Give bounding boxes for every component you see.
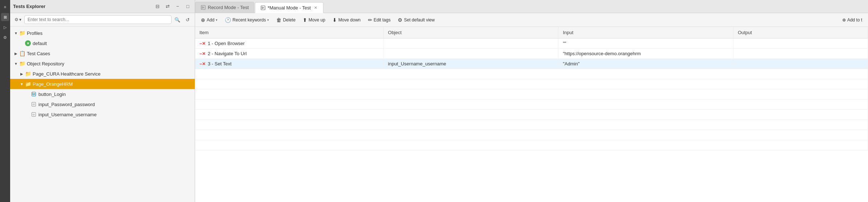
svg-line-3	[202, 8, 204, 9]
table-row-empty	[195, 120, 868, 130]
move-up-label: Move up	[309, 17, 325, 23]
add-to-button[interactable]: ⊕ Add to t	[839, 16, 865, 24]
tree-item-input-username[interactable]: in input_Username_username	[10, 109, 195, 120]
tree-item-input-password[interactable]: in input_Password_password	[10, 99, 195, 109]
svg-rect-4	[261, 6, 265, 10]
tab-manual-mode[interactable]: *Manual Mode - Test ✕	[255, 2, 323, 13]
table-row-empty	[195, 130, 868, 140]
cell-input-3: "Admin"	[558, 59, 733, 69]
tree-item-profiles[interactable]: 📁 Profiles	[10, 28, 195, 38]
tree-item-button-login[interactable]: bt button_Login	[10, 89, 195, 99]
move-down-button[interactable]: ⬇ Move down	[330, 16, 363, 24]
side-icon-explorer[interactable]: ⊞	[1, 13, 9, 21]
maximize-btn[interactable]: □	[184, 3, 192, 11]
refresh-button[interactable]: ↺	[183, 15, 192, 24]
left-panel: Tests Explorer ⊟ ⇄ − □ ⚙ ▾ 🔍 ↺ 📁 Profile…	[10, 0, 195, 202]
tree-item-default[interactable]: ✕ default	[10, 38, 195, 48]
svg-line-7	[262, 8, 264, 9]
add-arrow-icon: ▾	[216, 18, 218, 22]
cell-object-3: input_Username_username	[384, 59, 558, 69]
tree-container: 📁 Profiles ✕ default 📋 Test Cases 📁	[10, 27, 195, 202]
side-icon-2[interactable]: ▷	[1, 23, 9, 31]
recent-keywords-label: Recent keywords	[232, 17, 266, 23]
table-row-empty	[195, 69, 868, 79]
set-default-view-label: Set default view	[404, 17, 435, 23]
table-row-empty	[195, 100, 868, 110]
tabs-bar: Record Mode - Test *Manual Mode - Test ✕	[195, 0, 868, 13]
col-header-item: Item	[195, 27, 384, 39]
cell-object-1	[384, 39, 558, 49]
recent-keywords-button[interactable]: 🕐 Recent keywords ▾	[222, 16, 272, 24]
recent-arrow-icon: ▾	[267, 18, 269, 22]
side-icon-1[interactable]: ≡	[1, 3, 9, 11]
search-button[interactable]: 🔍	[173, 15, 182, 24]
delete-label: Delete	[283, 17, 295, 23]
row3-error-icon: −✕	[199, 61, 206, 66]
tree-item-object-repository[interactable]: 📁 Object Repository	[10, 58, 195, 69]
tree-item-test-cases[interactable]: 📋 Test Cases	[10, 48, 195, 58]
delete-button[interactable]: 🗑 Delete	[273, 16, 298, 24]
table-row[interactable]: −✕ 3 - Set Text input_Username_username …	[195, 59, 868, 69]
folder-icon-profiles: 📁	[19, 30, 25, 36]
label-profiles: Profiles	[27, 31, 42, 36]
col-header-object: Object	[384, 27, 558, 39]
input-icon-password: in	[30, 101, 37, 108]
link-btn[interactable]: ⇄	[164, 3, 171, 11]
cell-object-2	[384, 49, 558, 59]
row1-error-icon: −✕	[199, 41, 206, 46]
col-header-input: Input	[558, 27, 733, 39]
arrow-profiles	[13, 30, 19, 36]
cell-output-1	[733, 39, 868, 49]
tree-item-page-orangehrm[interactable]: 📁 Page_OrangeHRM	[10, 79, 195, 89]
add-button[interactable]: ⊕ Add ▾	[198, 16, 220, 24]
toolbar: ⊕ Add ▾ 🕐 Recent keywords ▾ 🗑 Delete ⬆ M…	[195, 13, 868, 27]
table-row[interactable]: −✕ 1 - Open Browser ""	[195, 39, 868, 49]
arrow-up-icon: ⬆	[303, 17, 307, 23]
tab-icon-manual	[260, 5, 265, 10]
label-default: default	[33, 41, 47, 46]
filter-arrow: ▾	[19, 17, 21, 22]
table-header-row: Item Object Input Output	[195, 27, 868, 39]
filter-button[interactable]: ⚙ ▾	[13, 16, 23, 23]
test-cases-icon: 📋	[19, 50, 25, 57]
folder-icon-object-repository: 📁	[19, 60, 25, 67]
arrow-page-cura	[19, 71, 25, 77]
tree-item-page-cura[interactable]: 📁 Page_CURA Healthcare Service	[10, 69, 195, 79]
add-icon: ⊕	[201, 17, 205, 23]
cell-input-1: ""	[558, 39, 733, 49]
arrow-down-icon: ⬇	[332, 17, 337, 23]
label-input-password: input_Password_password	[38, 102, 95, 107]
tab-record-mode[interactable]: Record Mode - Test	[195, 2, 254, 13]
table-row[interactable]: −✕ 2 - Navigate To Url "https://opensour…	[195, 49, 868, 59]
tab-icon-record	[201, 5, 206, 10]
tab-close-manual[interactable]: ✕	[313, 5, 318, 10]
move-up-button[interactable]: ⬆ Move up	[300, 16, 328, 24]
table-container: Item Object Input Output −✕ 1 - Open Bro…	[195, 27, 868, 202]
folder-icon-page-orangehrm: 📁	[25, 81, 31, 87]
panel-header: Tests Explorer ⊟ ⇄ − □	[10, 0, 195, 13]
collapse-btn[interactable]: ⊟	[153, 3, 161, 11]
right-panel: Record Mode - Test *Manual Mode - Test ✕…	[195, 0, 868, 202]
table-row-empty	[195, 140, 868, 150]
label-object-repository: Object Repository	[27, 61, 64, 66]
set-default-view-button[interactable]: ⚙ Set default view	[395, 16, 438, 24]
gear-icon: ⚙	[398, 17, 402, 23]
add-label: Add	[207, 17, 214, 23]
arrow-object-repository	[13, 61, 19, 66]
minimize-btn[interactable]: −	[174, 3, 182, 11]
search-input[interactable]	[24, 15, 171, 24]
bt-icon-button-login: bt	[30, 91, 37, 97]
label-button-login: button_Login	[38, 92, 66, 97]
label-input-username: input_Username_username	[38, 112, 96, 117]
col-header-output: Output	[733, 27, 868, 39]
table-row-empty	[195, 89, 868, 100]
edit-tags-label: Edit tags	[374, 17, 391, 23]
edit-tags-button[interactable]: ✏ Edit tags	[365, 16, 394, 24]
label-test-cases: Test Cases	[27, 51, 50, 56]
row2-error-icon: −✕	[199, 51, 206, 56]
cell-item-3: −✕ 3 - Set Text	[195, 59, 384, 69]
profile-icon-default: ✕	[25, 40, 31, 47]
input-icon-username: in	[30, 111, 37, 118]
svg-line-6	[262, 7, 264, 8]
side-icon-3[interactable]: ⚙	[1, 33, 9, 41]
